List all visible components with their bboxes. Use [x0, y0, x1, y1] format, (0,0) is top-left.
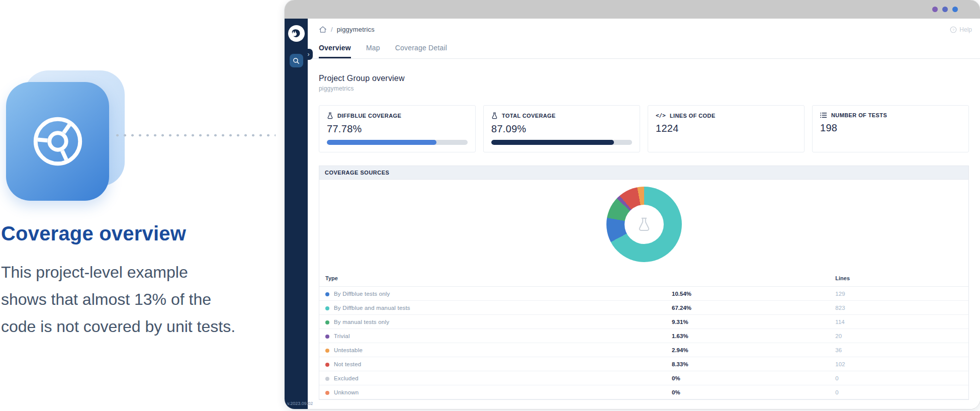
col-type-header: Type: [319, 274, 672, 287]
type-label: Untestable: [334, 347, 363, 353]
progress-track: [327, 140, 468, 145]
stat-card-total-coverage: TOTAL COVERAGE 87.09%: [483, 105, 640, 152]
type-label: Excluded: [334, 375, 359, 381]
progress-fill: [327, 140, 436, 145]
svg-text:?: ?: [952, 27, 954, 32]
percent-value: 8.33%: [672, 357, 835, 371]
table-row: Not tested 8.33% 102: [319, 357, 968, 371]
col-percent-header: [672, 274, 835, 287]
window-control-dot[interactable]: [932, 7, 938, 12]
table-row: Unknown 0% 0: [319, 385, 968, 399]
chevron-right-icon: ›: [308, 51, 310, 58]
table-row: Untestable 2.94% 36: [319, 343, 968, 357]
stat-value: 1224: [656, 123, 796, 134]
search-button[interactable]: [290, 54, 303, 67]
sidebar-collapse-toggle[interactable]: ›: [304, 49, 313, 60]
donut-chart-area: [319, 180, 968, 262]
page-subtitle: piggymetrics: [319, 85, 969, 92]
stat-card-diffblue-coverage: DIFFBLUE COVERAGE 77.78%: [319, 105, 476, 152]
type-label: Not tested: [334, 361, 361, 367]
flask-icon: [637, 217, 651, 232]
table-row: By Diffblue and manual tests 67.24% 823: [319, 301, 968, 315]
stat-value: 77.78%: [327, 123, 468, 135]
stat-value: 87.09%: [491, 123, 632, 135]
table-row: Trivial 1.63% 20: [319, 329, 968, 343]
tab-map[interactable]: Map: [366, 44, 380, 58]
hero-description: This project-level example shows that al…: [1, 259, 235, 340]
progress-fill: [491, 140, 614, 145]
stat-card-lines-of-code: </> LINES OF CODE 1224: [648, 105, 805, 152]
percent-value: 0%: [672, 385, 835, 399]
page-content: Project Group overview piggymetrics DIFF…: [308, 59, 980, 409]
percent-value: 67.24%: [672, 301, 835, 315]
type-label: Unknown: [334, 389, 359, 395]
main-area: / piggymetrics ? Help Overview Map Cover…: [308, 19, 980, 409]
table-row: Excluded 0% 0: [319, 371, 968, 385]
home-icon[interactable]: [319, 26, 327, 33]
type-label: By Diffblue tests only: [334, 291, 390, 297]
flask-icon: [327, 112, 333, 119]
stat-value: 198: [820, 122, 961, 134]
table-row: By manual tests only 9.31% 114: [319, 315, 968, 329]
stat-label: LINES OF CODE: [670, 113, 716, 119]
col-lines-header: Lines: [835, 274, 968, 287]
app-window: › v.2023.09.02 / piggymetrics: [285, 0, 980, 409]
table-row: By Diffblue tests only 10.54% 129: [319, 287, 968, 301]
lines-value: 114: [835, 315, 968, 329]
coverage-sources-header: COVERAGE SOURCES: [319, 166, 968, 180]
series-color-dot: [325, 292, 329, 296]
stat-label: DIFFBLUE COVERAGE: [337, 113, 401, 119]
sidebar: › v.2023.09.02: [285, 19, 308, 409]
lines-value: 102: [835, 357, 968, 371]
diffblue-logo[interactable]: [288, 25, 305, 42]
stat-label: TOTAL COVERAGE: [502, 113, 556, 119]
window-control-dot[interactable]: [952, 7, 958, 12]
lines-value: 20: [835, 329, 968, 343]
series-color-dot: [325, 306, 329, 310]
flask-icon: [491, 112, 498, 119]
percent-value: 2.94%: [672, 343, 835, 357]
diffblue-logo-glyph: [291, 28, 302, 39]
progress-track: [491, 140, 632, 145]
series-color-dot: [325, 377, 329, 381]
tab-coverage-detail[interactable]: Coverage Detail: [395, 44, 447, 58]
stat-label: NUMBER OF TESTS: [831, 112, 887, 118]
window-titlebar: [285, 0, 980, 19]
donut-center: [625, 205, 664, 244]
type-label: By manual tests only: [334, 319, 389, 325]
table-header-row: Type Lines: [319, 274, 968, 287]
donut-glyph: [28, 112, 87, 171]
hero-description-line: shows that almost 13% of the: [1, 286, 235, 313]
hero-description-line: This project-level example: [1, 259, 235, 286]
version-label: v.2023.09.02: [287, 401, 313, 406]
type-label: Trivial: [334, 333, 350, 339]
breadcrumb-project[interactable]: piggymetrics: [337, 26, 375, 33]
series-color-dot: [325, 363, 329, 367]
coverage-sources-panel: COVERAGE SOURCES: [319, 166, 969, 400]
series-color-dot: [325, 320, 329, 324]
percent-value: 0%: [672, 371, 835, 385]
window-control-dot[interactable]: [942, 7, 948, 12]
lines-value: 0: [835, 371, 968, 385]
page-title: Project Group overview: [319, 74, 969, 83]
window-body: › v.2023.09.02 / piggymetrics: [285, 19, 980, 409]
list-icon: [820, 112, 827, 118]
help-button[interactable]: ? Help: [950, 26, 972, 33]
tab-overview[interactable]: Overview: [319, 44, 351, 58]
tab-bar: Overview Map Coverage Detail: [308, 40, 980, 59]
help-label: Help: [959, 26, 972, 33]
donut-chart-icon: [6, 82, 109, 201]
search-icon: [293, 57, 300, 64]
stat-card-number-of-tests: NUMBER OF TESTS 198: [812, 105, 969, 152]
lines-value: 0: [835, 385, 968, 399]
series-color-dot: [325, 335, 329, 339]
hero-panel: Coverage overview This project-level exa…: [0, 0, 285, 411]
breadcrumb-separator: /: [331, 26, 333, 33]
hero-title: Coverage overview: [1, 222, 186, 245]
series-color-dot: [325, 349, 329, 353]
percent-value: 9.31%: [672, 315, 835, 329]
breadcrumb: / piggymetrics ? Help: [308, 19, 980, 40]
lines-value: 129: [835, 287, 968, 301]
dotted-connector: [114, 134, 276, 137]
stats-row: DIFFBLUE COVERAGE 77.78% TOTAL COVERA: [319, 105, 969, 152]
